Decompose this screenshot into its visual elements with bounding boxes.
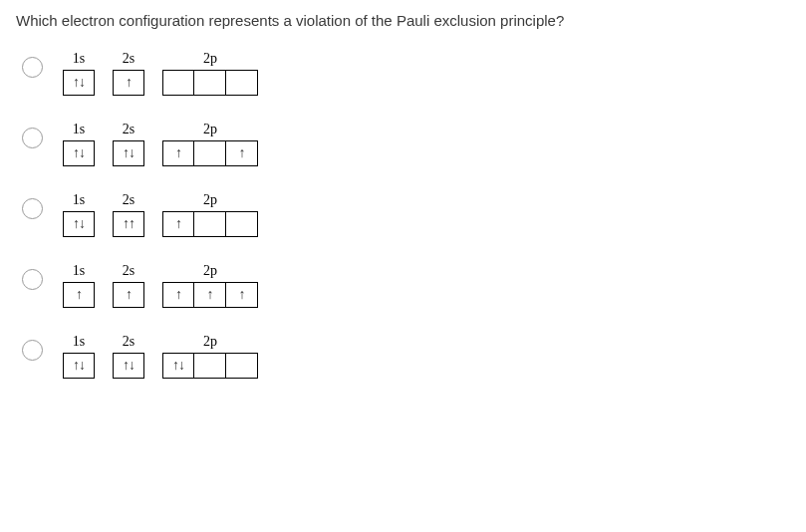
orbital-box: ↑ bbox=[226, 282, 258, 308]
label-2p: 2p bbox=[203, 334, 217, 350]
orbital-box bbox=[194, 140, 226, 166]
label-2p: 2p bbox=[203, 192, 217, 208]
orbital-box: ↑ bbox=[113, 70, 144, 96]
subshell-2s: 2s ↑ bbox=[113, 263, 144, 308]
orbital-box: ↑↓ bbox=[63, 353, 95, 379]
orbital-box: ↑↓ bbox=[162, 353, 194, 379]
radio-option-5[interactable] bbox=[22, 340, 43, 361]
config-4: 1s ↑ 2s ↑ 2p ↑ ↑ ↑ bbox=[63, 263, 258, 308]
label-1s: 1s bbox=[73, 192, 85, 208]
subshell-2p: 2p ↑ bbox=[162, 192, 258, 237]
option-3: 1s ↑↓ 2s ↑↑ 2p ↑ bbox=[22, 192, 790, 237]
option-1: 1s ↑↓ 2s ↑ 2p bbox=[22, 51, 790, 96]
orbital-box: ↑↓ bbox=[63, 70, 95, 96]
subshell-2s: 2s ↑↑ bbox=[113, 192, 144, 237]
subshell-2p: 2p ↑ ↑ bbox=[162, 122, 258, 166]
option-2: 1s ↑↓ 2s ↑↓ 2p ↑ ↑ bbox=[22, 122, 790, 166]
config-5: 1s ↑↓ 2s ↑↓ 2p ↑↓ bbox=[63, 334, 258, 379]
label-2s: 2s bbox=[123, 51, 134, 67]
label-1s: 1s bbox=[73, 51, 85, 67]
subshell-1s: 1s ↑↓ bbox=[63, 122, 95, 166]
orbital-box bbox=[194, 211, 226, 237]
subshell-2p: 2p ↑↓ bbox=[162, 334, 258, 379]
orbital-box: ↑ bbox=[113, 282, 144, 308]
radio-option-2[interactable] bbox=[22, 128, 43, 148]
question-text: Which electron configuration represents … bbox=[16, 12, 790, 29]
radio-option-1[interactable] bbox=[22, 57, 43, 78]
label-2s: 2s bbox=[123, 334, 134, 350]
orbital-box: ↑ bbox=[226, 140, 258, 166]
subshell-1s: 1s ↑↓ bbox=[63, 51, 95, 96]
orbital-box: ↑↓ bbox=[63, 140, 95, 166]
label-2s: 2s bbox=[123, 122, 134, 137]
subshell-2s: 2s ↑↓ bbox=[113, 334, 144, 379]
orbital-box: ↑ bbox=[162, 211, 194, 237]
orbital-box bbox=[226, 70, 258, 96]
subshell-2s: 2s ↑↓ bbox=[113, 122, 144, 166]
label-2p: 2p bbox=[203, 51, 217, 67]
label-2p: 2p bbox=[203, 263, 217, 279]
orbital-box: ↑ bbox=[63, 282, 95, 308]
label-2s: 2s bbox=[123, 192, 134, 208]
label-1s: 1s bbox=[73, 334, 85, 350]
orbital-box bbox=[226, 211, 258, 237]
subshell-2p: 2p bbox=[162, 51, 258, 96]
config-2: 1s ↑↓ 2s ↑↓ 2p ↑ ↑ bbox=[63, 122, 258, 166]
options-container: 1s ↑↓ 2s ↑ 2p 1s ↑↓ bbox=[16, 51, 790, 379]
radio-option-4[interactable] bbox=[22, 269, 43, 290]
orbital-box bbox=[162, 70, 194, 96]
orbital-box bbox=[194, 70, 226, 96]
option-5: 1s ↑↓ 2s ↑↓ 2p ↑↓ bbox=[22, 334, 790, 379]
label-1s: 1s bbox=[73, 263, 85, 279]
orbital-box: ↑ bbox=[194, 282, 226, 308]
subshell-2s: 2s ↑ bbox=[113, 51, 144, 96]
orbital-box: ↑↓ bbox=[63, 211, 95, 237]
orbital-box: ↑↑ bbox=[113, 211, 144, 237]
config-3: 1s ↑↓ 2s ↑↑ 2p ↑ bbox=[63, 192, 258, 237]
label-2s: 2s bbox=[123, 263, 134, 279]
label-2p: 2p bbox=[203, 122, 217, 137]
subshell-1s: 1s ↑↓ bbox=[63, 192, 95, 237]
orbital-box bbox=[194, 353, 226, 379]
orbital-box: ↑ bbox=[162, 282, 194, 308]
subshell-1s: 1s ↑↓ bbox=[63, 334, 95, 379]
config-1: 1s ↑↓ 2s ↑ 2p bbox=[63, 51, 258, 96]
orbital-box: ↑ bbox=[162, 140, 194, 166]
subshell-2p: 2p ↑ ↑ ↑ bbox=[162, 263, 258, 308]
orbital-box bbox=[226, 353, 258, 379]
subshell-1s: 1s ↑ bbox=[63, 263, 95, 308]
label-1s: 1s bbox=[73, 122, 85, 137]
orbital-box: ↑↓ bbox=[113, 140, 144, 166]
option-4: 1s ↑ 2s ↑ 2p ↑ ↑ ↑ bbox=[22, 263, 790, 308]
orbital-box: ↑↓ bbox=[113, 353, 144, 379]
radio-option-3[interactable] bbox=[22, 198, 43, 219]
